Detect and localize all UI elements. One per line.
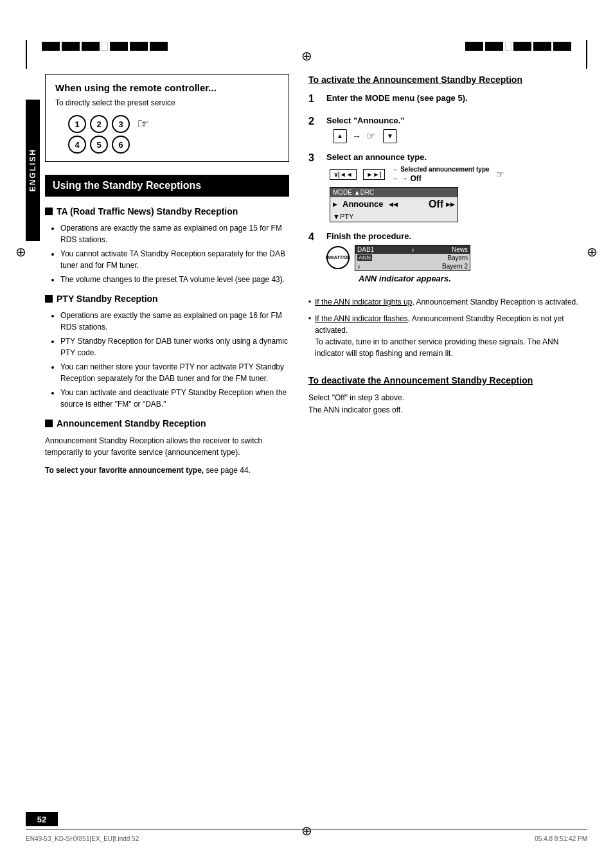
- block6: [150, 42, 168, 51]
- step-4-number: 4: [308, 231, 320, 243]
- ann-flashes-note: If the ANN indicator flashes, Announceme…: [308, 313, 581, 359]
- block-gap: [102, 42, 108, 51]
- num-btn-6: 6: [112, 136, 130, 154]
- selected-type-label: Selected announcement type: [400, 166, 489, 173]
- step-1-text: Enter the MODE menu (see page 5).: [326, 93, 581, 103]
- lcd-announce-row: ▶ Announce ◀◀ Off ▶▶: [330, 197, 458, 211]
- step-3-illustration: ∨|◄◄ ►►| → Selected announcement type → …: [330, 166, 581, 222]
- hand-icon-top: ☞: [137, 116, 150, 132]
- right-crosshair-icon: ⊕: [587, 244, 598, 260]
- step-3-number: 3: [308, 152, 320, 164]
- knob-label: Ø/II/ATT/OK: [326, 255, 351, 260]
- step-1-content: Enter the MODE menu (see page 5).: [326, 93, 581, 107]
- lcd4-row3: ♪ Bayern 2: [355, 262, 470, 270]
- lcd4-bayern: Bayern: [447, 254, 468, 261]
- ann-note: ANN indicator appears.: [359, 274, 581, 283]
- step-3-content: Select an announce type. ∨|◄◄ ►►| → Sele…: [326, 152, 581, 222]
- pty-bullet-list: Operations are exactly the same as expla…: [53, 310, 289, 410]
- standby-section-title: Using the Standby Receptions: [45, 175, 289, 197]
- num-row-bottom: 4 5 6: [68, 136, 130, 154]
- arrow-selected-symbol: →: [391, 166, 398, 173]
- footer-left: EN49-53_KD-SHX851[EX_EU]f.indd 52: [26, 835, 139, 842]
- announcement-section-header: Announcement Standby Reception: [45, 418, 289, 429]
- lcd4-ann-icon: ANN: [357, 254, 372, 261]
- hand-step3-icon: ☞: [496, 169, 504, 179]
- header-blocks-right: [465, 42, 571, 51]
- lcd-fwd-icon: ▶▶: [446, 201, 455, 208]
- lcd-header-text: MODE ▲DRC: [333, 189, 374, 196]
- lcd-pty-row: ▼PTY: [330, 211, 458, 222]
- pty-section-title: PTY Standby Reception: [57, 293, 158, 305]
- page-number: 52: [26, 812, 58, 826]
- arrow-off: → → Off: [391, 174, 422, 183]
- rblock1: [465, 42, 483, 51]
- ta-bullet-list: Operations are exactly the same as expla…: [53, 222, 289, 285]
- step-3: 3 Select an announce type. ∨|◄◄ ►►| → Se…: [308, 152, 581, 222]
- ok-knob: Ø/II/ATT/OK: [326, 246, 350, 269]
- block5: [130, 42, 148, 51]
- step-3-text: Select an announce type.: [326, 152, 581, 162]
- step-4-illustration: Ø/II/ATT/OK DAB1 ♪ News ANN Bayern: [326, 245, 581, 271]
- announcement-note: To select your favorite announcement typ…: [45, 465, 289, 476]
- ann-lights-note: If the ANN indicator lights up, Announce…: [308, 296, 581, 308]
- step-2-number: 2: [308, 116, 320, 127]
- deactivate-text: Select "Off" in step 3 above. The ANN in…: [308, 392, 581, 416]
- left-crosshair-icon: ⊕: [15, 244, 26, 260]
- announcement-note-page: see page 44.: [206, 466, 251, 475]
- off-label: → Off: [400, 174, 422, 183]
- step-3-controls: ∨|◄◄ ►►| → Selected announcement type → …: [330, 166, 581, 183]
- lcd4-dab: DAB1: [357, 246, 374, 253]
- hand-nav-icon: ☞: [366, 130, 375, 142]
- lcd-header-row: MODE ▲DRC: [330, 188, 458, 197]
- step-4: 4 Finish the procedure. Ø/II/ATT/OK DAB1…: [308, 231, 581, 287]
- remote-box-title: When using the remote controller...: [55, 82, 279, 93]
- step-2-text: Select "Announce.": [326, 116, 581, 125]
- nav-up-btn: ▲: [333, 129, 347, 143]
- num-btn-3: 3: [112, 115, 130, 133]
- step-2: 2 Select "Announce." ▲ → ☞ ▼: [308, 116, 581, 143]
- rblock-gap: [505, 42, 511, 51]
- step-4-lcd: DAB1 ♪ News ANN Bayern ♪ Bayern 2: [355, 245, 470, 271]
- announcement-note-bold: To select your favorite announcement typ…: [45, 466, 204, 475]
- ta-bullet-1: Operations are exactly the same as expla…: [60, 222, 289, 245]
- ta-bullet-3: The volume changes to the preset TA volu…: [60, 274, 289, 285]
- lcd4-music-icon2: ♪: [357, 263, 360, 270]
- footer-right: 05.4.8 8:51:42 PM: [535, 835, 587, 842]
- num-btn-1: 1: [68, 115, 86, 133]
- step-4-content: Finish the procedure. Ø/II/ATT/OK DAB1 ♪…: [326, 231, 581, 287]
- left-column: When using the remote controller... To d…: [45, 74, 289, 476]
- lcd-mode-icon: ◀◀: [389, 201, 398, 208]
- remote-box-description: To directly select the preset service: [55, 98, 279, 107]
- pty-section-header: PTY Standby Reception: [45, 293, 289, 305]
- lcd-announce-label: Announce: [342, 199, 384, 209]
- lcd-off-label: Off: [429, 199, 443, 210]
- vch-button: ∨|◄◄: [330, 169, 357, 180]
- pty-bullet-4: You can activate and deactivate PTY Stan…: [60, 387, 289, 410]
- ta-section-header: TA (Road Traffic News) Standby Reception: [45, 206, 289, 217]
- step-1: 1 Enter the MODE menu (see page 5).: [308, 93, 581, 107]
- lcd-pty-label: ▼PTY: [333, 213, 353, 220]
- border-right: [586, 40, 587, 69]
- crosshair-center-icon: ⊕: [301, 48, 312, 64]
- border-left: [26, 40, 27, 69]
- lcd-arrow-icon: ▶: [333, 201, 337, 208]
- nav-down-area: ▼: [383, 129, 397, 143]
- lcd4-row1: DAB1 ♪ News: [355, 245, 470, 254]
- announcement-section-icon: [45, 420, 53, 427]
- lcd4-row2: ANN Bayern: [355, 254, 470, 262]
- block4: [110, 42, 128, 51]
- lcd4-music-icon: ♪: [411, 246, 414, 253]
- step-2-content: Select "Announce." ▲ → ☞ ▼: [326, 116, 581, 143]
- pty-section-icon: [45, 295, 53, 303]
- ann-flashes-underline: If the ANN indicator flashes,: [315, 314, 410, 323]
- pty-bullet-1: Operations are exactly the same as expla…: [60, 310, 289, 333]
- ann-lights-underline: If the ANN indicator lights up,: [315, 297, 414, 306]
- rblock2: [485, 42, 503, 51]
- pty-bullet-2: PTY Standby Reception for DAB tuner work…: [60, 335, 289, 359]
- step-3-lcd: MODE ▲DRC ▶ Announce ◀◀ Off ▶▶ ▼PTY: [330, 187, 458, 222]
- arrow-off-symbol: →: [391, 175, 398, 182]
- lcd4-news: News: [452, 246, 468, 253]
- arrow-right-icon: →: [352, 131, 361, 141]
- step-2-nav-illus: ▲ → ☞ ▼: [333, 129, 581, 143]
- arrow-selected: → Selected announcement type: [391, 166, 489, 173]
